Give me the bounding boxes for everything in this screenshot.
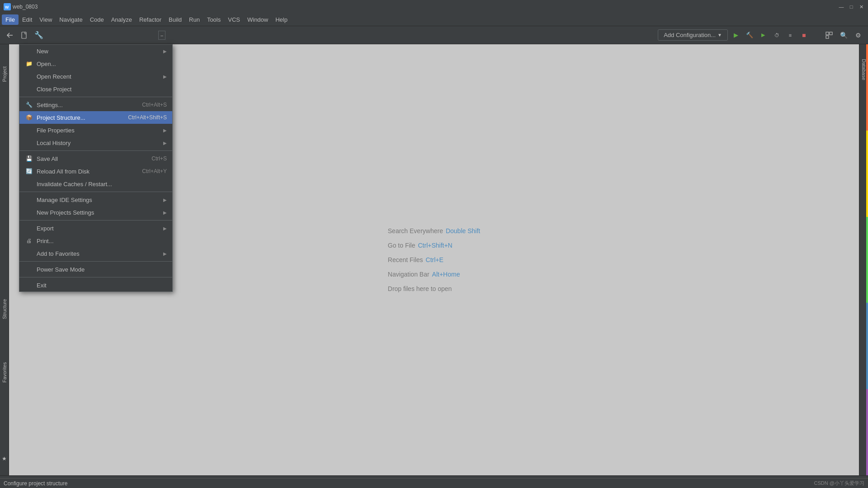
sidebar-item-project[interactable]: Project (2, 66, 7, 82)
menu-edit[interactable]: Edit (19, 14, 36, 25)
menu-item-invalidate-caches[interactable]: Invalidate Caches / Restart... (19, 178, 172, 190)
chevron-down-icon: ▼ (717, 33, 722, 38)
sidebar-item-favorites[interactable]: Favorites (2, 362, 7, 382)
sidebar-item-database[interactable]: Database (861, 59, 867, 80)
window-controls[interactable]: — □ ✕ (838, 4, 864, 10)
coverage-button[interactable]: ≡ (784, 29, 797, 42)
project-view-button[interactable] (823, 29, 835, 42)
menu-item-save-all[interactable]: 💾 Save All Ctrl+S (19, 152, 172, 165)
exit-icon (25, 281, 33, 289)
menu-run[interactable]: Run (185, 14, 203, 25)
hint-go-to-file: Go to File Ctrl+Shift+N (388, 242, 480, 249)
menu-item-local-history[interactable]: Local History ▶ (19, 136, 172, 149)
build-button[interactable]: 🔨 (743, 29, 756, 42)
settings-menu-icon: 🔧 (25, 101, 33, 109)
menu-item-open[interactable]: 📁 Open... (19, 57, 172, 70)
stop-button[interactable]: ⏹ (797, 29, 810, 42)
separator-1 (19, 97, 172, 97)
file-dropdown-menu: New ▶ 📁 Open... Open Recent ▶ Close Proj… (19, 44, 173, 292)
local-history-icon (25, 139, 33, 147)
minimize-button[interactable]: — (838, 4, 844, 10)
save-all-icon: 💾 (25, 155, 33, 163)
hint-drop-files: Drop files here to open (388, 285, 480, 292)
project-structure-icon: 📦 (25, 113, 33, 122)
new-projects-icon (25, 208, 33, 216)
menu-navigate[interactable]: Navigate (56, 14, 86, 25)
menu-item-close-project[interactable]: Close Project (19, 83, 172, 95)
run-button[interactable]: ▶ (730, 29, 742, 42)
invalidate-caches-icon (25, 180, 33, 188)
menu-code[interactable]: Code (86, 14, 108, 25)
menu-item-file-properties[interactable]: File Properties ▶ (19, 124, 172, 136)
add-config-label: Add Configuration... (664, 32, 716, 38)
toolbar: 🔧 Add Configuration... ▼ ▶ 🔨 ▶ ⏱ ≡ ⏹ 🔍 ⚙ (0, 26, 868, 44)
menu-tools[interactable]: Tools (203, 14, 224, 25)
menu-item-settings[interactable]: 🔧 Settings... Ctrl+Alt+S (19, 99, 172, 111)
separator-6 (19, 277, 172, 277)
menu-item-exit[interactable]: Exit (19, 279, 172, 291)
menu-help[interactable]: Help (272, 14, 291, 25)
new-icon (25, 47, 33, 55)
toolbar-file-btn[interactable] (18, 29, 31, 42)
print-icon: 🖨 (25, 237, 33, 245)
menu-item-project-structure[interactable]: 📦 Project Structure... Ctrl+Alt+Shift+S (19, 111, 172, 124)
status-text: Configure project structure (4, 480, 67, 487)
menu-item-export[interactable]: Export ▶ (19, 222, 172, 235)
separator-2 (19, 150, 172, 151)
sidebar-item-structure[interactable]: Structure (2, 299, 7, 319)
menu-bar: File Edit View Navigate Code Analyze Ref… (0, 14, 868, 26)
settings-icon[interactable]: 🔧 (33, 29, 45, 42)
submenu-arrow-open-recent: ▶ (163, 74, 167, 79)
left-panel: Project Structure Favorites ★ (0, 44, 9, 475)
menu-file[interactable]: File (2, 14, 19, 25)
menu-item-print[interactable]: 🖨 Print... (19, 235, 172, 247)
menu-window[interactable]: Window (244, 14, 272, 25)
favorites-icon (25, 249, 33, 258)
search-everywhere-button[interactable]: 🔍 (837, 29, 850, 42)
svg-rect-5 (826, 36, 829, 38)
hint-navigation-bar: Navigation Bar Alt+Home (388, 271, 480, 278)
menu-view[interactable]: View (36, 14, 56, 25)
settings-toolbar-button[interactable]: ⚙ (852, 29, 864, 42)
separator-3 (19, 192, 172, 192)
submenu-arrow-file-props: ▶ (163, 128, 167, 133)
accent-strip (866, 44, 868, 475)
title-bar-left: W web_0803 (4, 3, 38, 10)
close-button[interactable]: ✕ (858, 4, 864, 10)
menu-vcs[interactable]: VCS (224, 14, 244, 25)
menu-refactor[interactable]: Refactor (136, 14, 165, 25)
add-configuration-button[interactable]: Add Configuration... ▼ (658, 29, 728, 41)
debug-run-button[interactable]: ▶ (757, 29, 769, 42)
menu-build[interactable]: Build (165, 14, 185, 25)
menu-item-power-save-mode[interactable]: Power Save Mode (19, 263, 172, 276)
csdn-label: CSDN @小丫头爱学习 (814, 480, 864, 487)
panel-collapse-button[interactable]: – (158, 31, 165, 40)
menu-item-manage-ide-settings[interactable]: Manage IDE Settings ▶ (19, 193, 172, 206)
maximize-button[interactable]: □ (848, 4, 854, 10)
menu-item-reload-all[interactable]: 🔄 Reload All from Disk Ctrl+Alt+Y (19, 165, 172, 178)
separator-5 (19, 261, 172, 262)
submenu-arrow-favorites: ▶ (163, 251, 167, 256)
menu-item-open-recent[interactable]: Open Recent ▶ (19, 70, 172, 83)
menu-item-new[interactable]: New ▶ (19, 45, 172, 57)
profile-button[interactable]: ⏱ (770, 29, 783, 42)
window-title: web_0803 (13, 4, 38, 10)
toolbar-back-btn[interactable] (4, 29, 16, 42)
open-recent-icon (25, 72, 33, 80)
favorites-star-icon: ★ (2, 455, 7, 462)
menu-item-add-to-favorites[interactable]: Add to Favorites ▶ (19, 247, 172, 260)
submenu-arrow-new-projects: ▶ (163, 210, 167, 215)
svg-rect-3 (826, 32, 829, 35)
open-icon: 📁 (25, 60, 33, 68)
menu-analyze[interactable]: Analyze (108, 14, 136, 25)
right-sidebar: Database (859, 44, 868, 475)
hint-search-everywhere: Search Everywhere Double Shift (388, 227, 480, 235)
submenu-arrow-export: ▶ (163, 226, 167, 231)
run-controls: ▶ 🔨 ▶ ⏱ ≡ ⏹ (730, 29, 810, 42)
power-save-icon (25, 265, 33, 273)
submenu-arrow-new: ▶ (163, 49, 167, 54)
menu-item-new-projects-settings[interactable]: New Projects Settings ▶ (19, 206, 172, 219)
svg-rect-2 (22, 32, 26, 38)
hint-recent-files: Recent Files Ctrl+E (388, 256, 480, 263)
main-layout: Project Structure Favorites ★ New ▶ 📁 Op… (0, 44, 868, 475)
